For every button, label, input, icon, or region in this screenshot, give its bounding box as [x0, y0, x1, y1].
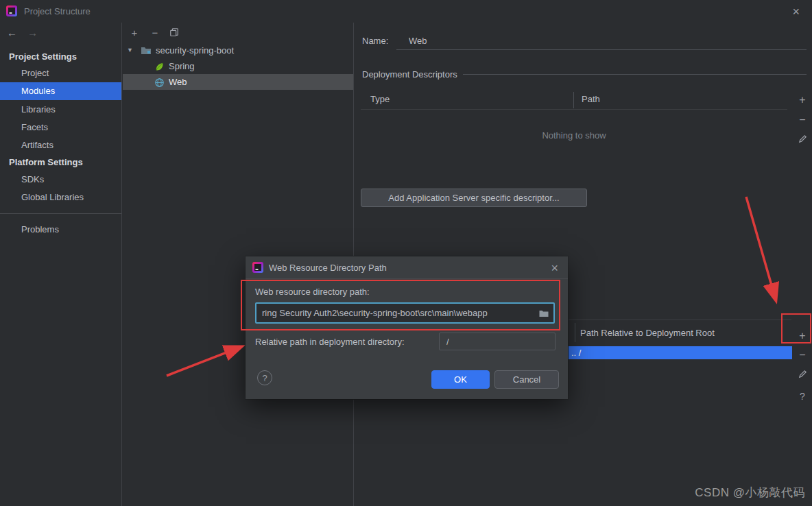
relative-path-field-wrap — [439, 333, 556, 350]
back-arrow-icon[interactable]: ← — [7, 27, 17, 38]
tree-row-security-spring-boot[interactable]: ▼ security-spring-boot — [123, 43, 353, 58]
sidebar-item-artifacts[interactable]: Artifacts — [0, 136, 121, 154]
sidebar-item-modules[interactable]: Modules — [0, 82, 121, 100]
add-descriptor-icon[interactable]: + — [796, 93, 809, 107]
dialog-title: Web Resource Directory Path — [269, 256, 387, 279]
column-header-path[interactable]: Path — [582, 91, 600, 108]
relative-path-label: Relative path in deployment directory: — [255, 335, 405, 349]
dialog-help-icon[interactable]: ? — [257, 370, 272, 385]
name-field-wrap — [396, 32, 807, 50]
sidebar-item-problems[interactable]: Problems — [0, 221, 121, 239]
resource-directory-row[interactable]: .. / — [568, 346, 792, 359]
window-titlebar: Project Structure × — [0, 0, 812, 23]
sidebar-item-libraries[interactable]: Libraries — [0, 101, 121, 119]
sidebar-item-project[interactable]: Project — [0, 64, 121, 82]
section-header-platform-settings: Platform Settings — [9, 154, 83, 171]
help-icon[interactable]: ? — [796, 389, 809, 403]
relative-path-input[interactable] — [440, 333, 555, 350]
project-structure-window: Project Structure × ← → Project Settings… — [0, 0, 812, 506]
web-globe-icon — [154, 77, 165, 93]
intellij-logo-icon — [6, 5, 17, 16]
sidebar: ← → Project Settings Project Modules Lib… — [0, 23, 122, 506]
window-title: Project Structure — [24, 6, 91, 16]
tree-label-spring: Spring — [169, 58, 195, 74]
edit-resource-directory-icon[interactable] — [796, 369, 809, 383]
column-divider — [573, 92, 574, 108]
remove-resource-directory-icon[interactable]: − — [796, 348, 809, 362]
chevron-down-icon[interactable]: ▼ — [127, 43, 133, 58]
dialog-close-icon[interactable]: × — [551, 261, 558, 275]
deployment-descriptors-separator: Deployment Descriptors — [362, 65, 807, 83]
module-name-input[interactable] — [396, 32, 807, 50]
sidebar-item-sdks[interactable]: SDKs — [0, 171, 121, 189]
window-close-icon[interactable]: × — [792, 5, 800, 19]
column-header-path-relative[interactable]: Path Relative to Deployment Root — [580, 326, 715, 341]
empty-table-text: Nothing to show — [361, 127, 787, 145]
resource-column-divider — [575, 323, 575, 342]
sidebar-divider — [0, 213, 121, 214]
forward-arrow-icon[interactable]: → — [27, 27, 38, 38]
ok-button[interactable]: OK — [431, 370, 490, 389]
tree-label-module: security-spring-boot — [156, 43, 234, 58]
add-module-icon[interactable]: + — [128, 27, 141, 39]
resource-path-input[interactable] — [256, 304, 553, 322]
watermark: CSDN @小杨敲代码 — [695, 485, 805, 501]
table-header-line — [361, 109, 787, 110]
path-field-wrap — [255, 302, 555, 324]
separator-line — [463, 74, 807, 75]
add-app-server-descriptor-button[interactable]: Add Application Server specific descript… — [361, 189, 587, 207]
deployment-descriptors-title: Deployment Descriptors — [362, 69, 457, 80]
path-label: Web resource directory path: — [255, 286, 370, 298]
resource-table-top-line — [568, 320, 791, 320]
dialog-titlebar: Web Resource Directory Path × — [246, 256, 568, 279]
tree-row-spring[interactable]: Spring — [123, 58, 353, 74]
sidebar-item-global-libraries[interactable]: Global Libraries — [0, 189, 121, 206]
tree-label-web: Web — [169, 74, 187, 90]
tree-row-web[interactable]: Web — [123, 74, 353, 90]
web-resource-directory-dialog: Web Resource Directory Path × Web resour… — [246, 256, 568, 399]
browse-folder-icon[interactable] — [538, 308, 549, 321]
column-header-type[interactable]: Type — [370, 91, 390, 108]
sidebar-item-facets[interactable]: Facets — [0, 119, 121, 136]
intellij-logo-icon — [252, 262, 263, 273]
copy-icon[interactable] — [168, 27, 180, 40]
remove-module-icon[interactable]: − — [149, 27, 161, 39]
section-header-project-settings: Project Settings — [9, 48, 77, 66]
remove-descriptor-icon[interactable]: − — [796, 113, 809, 127]
edit-descriptor-icon[interactable] — [796, 134, 809, 147]
cancel-button[interactable]: Cancel — [494, 370, 559, 389]
add-resource-directory-icon[interactable]: + — [796, 329, 809, 343]
name-label: Name: — [362, 32, 388, 50]
